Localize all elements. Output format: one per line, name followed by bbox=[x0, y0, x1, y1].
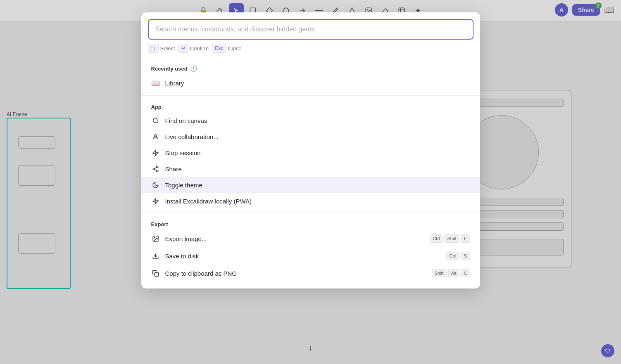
command-palette: ↑↓ Select ↵ Confirm Esc Close Recently u… bbox=[141, 12, 480, 288]
svg-rect-22 bbox=[155, 272, 158, 276]
svg-point-20 bbox=[154, 237, 155, 238]
svg-point-13 bbox=[157, 166, 158, 168]
shift-key-2: Shift bbox=[432, 269, 447, 277]
moon-icon bbox=[151, 182, 160, 189]
save-to-disk-label: Save to disk bbox=[165, 253, 442, 260]
close-key: Esc bbox=[212, 44, 226, 53]
search-icon bbox=[151, 117, 160, 124]
svg-line-17 bbox=[155, 168, 157, 169]
section-recently-used-label: Recently used bbox=[151, 66, 188, 72]
select-shortcut: ↑↓ Select bbox=[148, 44, 175, 53]
ctrl-key: Ctrl bbox=[430, 234, 443, 243]
svg-marker-12 bbox=[153, 150, 158, 156]
close-shortcut: Esc Close bbox=[212, 44, 241, 53]
library-label: Library bbox=[165, 80, 470, 87]
stop-session-icon bbox=[151, 149, 160, 156]
svg-point-14 bbox=[153, 168, 155, 170]
select-key: ↑↓ bbox=[148, 44, 159, 53]
section-recently-used: Recently used 🕐 bbox=[141, 60, 480, 74]
e-key: E bbox=[461, 234, 470, 243]
menu-item-library[interactable]: 📖 Library bbox=[141, 74, 480, 92]
menu-item-save-to-disk[interactable]: Save to disk Ctrl S bbox=[141, 247, 480, 265]
alt-key: Alt bbox=[448, 269, 459, 277]
install-pwa-label: Install Excalidraw locally (PWA) bbox=[165, 198, 470, 205]
menu-item-install-pwa[interactable]: Install Excalidraw locally (PWA) bbox=[141, 193, 480, 209]
shift-key: Shift bbox=[444, 234, 459, 243]
ctrl-key-2: Ctrl bbox=[446, 252, 459, 260]
select-label: Select bbox=[160, 45, 175, 52]
divider-1 bbox=[141, 95, 480, 96]
svg-line-16 bbox=[155, 170, 157, 171]
c-key: C bbox=[461, 269, 470, 277]
svg-point-11 bbox=[155, 135, 157, 137]
confirm-shortcut: ↵ Confirm bbox=[178, 44, 209, 53]
menu-item-stop-session[interactable]: Stop session bbox=[141, 145, 480, 161]
search-container bbox=[141, 12, 480, 40]
menu-item-copy-to-clipboard[interactable]: Copy to clipboard as PNG Shift Alt C bbox=[141, 265, 480, 282]
save-icon bbox=[151, 253, 160, 260]
collaboration-icon bbox=[151, 133, 160, 140]
menu-content: Recently used 🕐 📖 Library App Find on ca… bbox=[141, 57, 480, 288]
menu-item-find-on-canvas[interactable]: Find on canvas bbox=[141, 113, 480, 129]
confirm-key: ↵ bbox=[178, 44, 188, 53]
svg-line-10 bbox=[157, 122, 158, 123]
save-to-disk-shortcuts: Ctrl S bbox=[446, 252, 470, 260]
menu-item-export-image[interactable]: Export image... Ctrl Shift E bbox=[141, 230, 480, 247]
shortcut-hints: ↑↓ Select ↵ Confirm Esc Close bbox=[141, 40, 480, 57]
s-key: S bbox=[461, 252, 470, 260]
menu-item-toggle-theme[interactable]: Toggle theme bbox=[141, 177, 480, 193]
section-app: App bbox=[141, 99, 480, 113]
section-export: Export bbox=[141, 216, 480, 230]
svg-point-15 bbox=[157, 170, 158, 172]
svg-point-9 bbox=[153, 118, 157, 123]
close-label: Close bbox=[228, 45, 241, 52]
share-menu-label: Share bbox=[165, 165, 470, 173]
section-export-label: Export bbox=[151, 221, 168, 227]
share-icon bbox=[151, 165, 160, 173]
export-image-label: Export image... bbox=[165, 235, 425, 242]
confirm-label: Confirm bbox=[190, 45, 209, 52]
export-image-icon bbox=[151, 235, 160, 242]
svg-marker-18 bbox=[153, 198, 158, 204]
copy-to-clipboard-shortcuts: Shift Alt C bbox=[432, 269, 470, 277]
stop-session-label: Stop session bbox=[165, 149, 470, 156]
live-collaboration-label: Live collaboration... bbox=[165, 133, 470, 140]
section-app-label: App bbox=[151, 104, 162, 110]
divider-2 bbox=[141, 213, 480, 213]
toggle-theme-label: Toggle theme bbox=[165, 182, 470, 189]
clipboard-icon bbox=[151, 270, 160, 277]
library-icon: 📖 bbox=[151, 79, 160, 87]
menu-item-share[interactable]: Share bbox=[141, 161, 480, 177]
find-on-canvas-label: Find on canvas bbox=[165, 117, 470, 124]
export-image-shortcuts: Ctrl Shift E bbox=[430, 234, 470, 243]
clock-icon: 🕐 bbox=[190, 65, 197, 72]
install-icon bbox=[151, 198, 160, 205]
search-input[interactable] bbox=[148, 19, 473, 40]
menu-item-live-collaboration[interactable]: Live collaboration... bbox=[141, 129, 480, 145]
copy-to-clipboard-label: Copy to clipboard as PNG bbox=[165, 270, 427, 277]
